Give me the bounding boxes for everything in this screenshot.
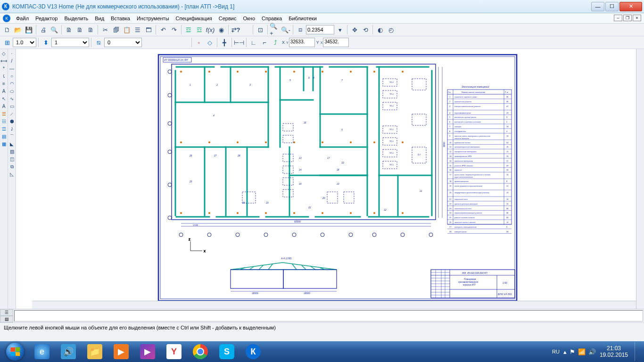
variable-icon[interactable]: f(x) <box>205 25 215 35</box>
line-width-combo[interactable]: 1.0 <box>13 38 36 47</box>
tray-clock[interactable]: 21:03 19.02.2015 <box>600 345 628 359</box>
help-icon[interactable]: ⥂? <box>231 25 241 35</box>
angle2-icon[interactable]: ⌐ <box>259 37 270 48</box>
minimize-button[interactable]: — <box>591 2 604 11</box>
close-button[interactable]: ✕ <box>619 2 642 11</box>
taskbar-yandex-icon[interactable]: Y <box>161 342 187 361</box>
rect-draw-icon[interactable]: ▭ <box>8 103 16 110</box>
doc-close[interactable]: × <box>633 15 641 21</box>
rotate-icon[interactable]: ⟲ <box>360 25 371 35</box>
scrollbar-horizontal[interactable] <box>32 301 636 309</box>
hatch-draw-icon[interactable]: ▨ <box>8 148 16 155</box>
hline-draw-icon[interactable]: — <box>8 65 16 72</box>
point-icon[interactable]: ◇ <box>205 37 215 48</box>
zoom-out-icon[interactable]: 🔍- <box>281 25 291 35</box>
doc-icon[interactable]: К <box>3 15 10 22</box>
views4-icon[interactable]: ▦ <box>0 140 8 148</box>
tray-lang[interactable]: RU <box>552 349 560 354</box>
props2-icon[interactable]: 🗔 <box>143 25 154 35</box>
command-tab-1[interactable]: ☰ <box>0 309 13 316</box>
zoom-value-input[interactable] <box>306 25 334 34</box>
start-button[interactable] <box>2 342 28 361</box>
doc-restore[interactable]: ❐ <box>623 15 632 21</box>
menu-view[interactable]: Вид <box>92 15 107 22</box>
maximize-button[interactable]: ☐ <box>605 2 619 11</box>
taskbar-sound-icon[interactable]: 🔊 <box>56 342 81 361</box>
menu-select[interactable]: Выделить <box>61 15 91 22</box>
menu-spec[interactable]: Спецификация <box>173 15 215 22</box>
break-draw-icon[interactable]: ⤸ <box>8 125 16 132</box>
goto-icon[interactable]: ◉ <box>216 25 226 35</box>
tray-volume-icon[interactable]: 🔊 <box>588 348 596 355</box>
doc1-icon[interactable]: 🗎 <box>64 25 74 35</box>
fillet-draw-icon[interactable]: ⌒ <box>8 133 16 140</box>
menu-edit[interactable]: Редактор <box>33 15 60 22</box>
print-icon[interactable]: 🖨 <box>38 25 49 35</box>
style-combo[interactable]: 0 <box>104 38 142 47</box>
tray-up-icon[interactable]: ▴ <box>563 348 567 355</box>
command-tab-2[interactable]: ▤ <box>0 316 13 322</box>
open-icon[interactable]: 📂 <box>13 25 23 35</box>
spec-tool-icon[interactable]: А <box>0 103 8 110</box>
hatch-icon[interactable]: ⧅ <box>93 37 104 48</box>
taskbar-video-icon[interactable]: ▶ <box>135 342 160 361</box>
preview-icon[interactable]: 🔍 <box>49 25 59 35</box>
spline-draw-icon[interactable]: ∿ <box>8 95 16 102</box>
chamfer-draw-icon[interactable]: ◣ <box>8 140 16 148</box>
tray-network-icon[interactable]: 📶 <box>578 348 586 355</box>
select-icon[interactable]: ↖ <box>0 95 8 102</box>
views3-icon[interactable]: ▤ <box>0 133 8 140</box>
geometry-icon[interactable]: ◇ <box>0 50 8 57</box>
new-icon[interactable]: 🗋 <box>2 25 12 35</box>
coord-y[interactable]: 34532. <box>323 38 349 47</box>
polyline-draw-icon[interactable]: ⟋ <box>8 110 16 117</box>
taskbar-skype-icon[interactable]: S <box>214 342 239 361</box>
report-icon[interactable]: ☰ <box>0 110 8 117</box>
angle1-icon[interactable]: ∟ <box>248 37 259 48</box>
show-desktop-button[interactable] <box>635 342 640 361</box>
views-icon[interactable]: ☷ <box>0 118 8 125</box>
drawing-canvas[interactable]: ИУ 000000120 1т ФН <box>16 49 644 309</box>
cut-icon[interactable]: ✂ <box>100 25 110 35</box>
scrollbar-vertical[interactable] <box>636 49 644 309</box>
menu-help[interactable]: Справка <box>259 15 285 22</box>
edit-tool-icon[interactable]: ⤹ <box>0 73 8 80</box>
dim-tool-icon[interactable]: ⟷ <box>0 58 8 65</box>
ellipse-draw-icon[interactable]: ⬭ <box>8 88 16 95</box>
line-draw-icon[interactable]: / <box>8 58 16 65</box>
doc2-icon[interactable]: 🗎 <box>74 25 85 35</box>
proj-icon[interactable]: ◺ <box>8 171 16 178</box>
param-tool-icon[interactable]: ≡ <box>0 80 8 87</box>
save-icon[interactable]: 💾 <box>24 25 34 35</box>
redo-icon[interactable]: ↷ <box>169 25 179 35</box>
taskbar-ie-icon[interactable]: e <box>29 342 55 361</box>
stop-icon[interactable]: ◦ <box>194 37 204 48</box>
copy-icon[interactable]: 🗐 <box>111 25 121 35</box>
text-tool-icon[interactable]: * <box>0 65 8 72</box>
props-icon[interactable]: ☰ <box>132 25 143 35</box>
taskbar-media-icon[interactable]: ▶ <box>108 342 134 361</box>
taskbar-kompas-icon[interactable]: К <box>240 342 266 361</box>
refresh-icon[interactable]: ◐ <box>375 25 385 35</box>
pan-icon[interactable]: ✥ <box>349 25 360 35</box>
point-draw-icon[interactable]: · <box>8 50 16 57</box>
menu-window[interactable]: Окно <box>240 15 258 22</box>
taskbar-explorer-icon[interactable]: 📁 <box>82 342 107 361</box>
arc-draw-icon[interactable]: ◠ <box>8 80 16 87</box>
equid-icon[interactable]: ⧉ <box>8 163 16 170</box>
layer-combo[interactable]: 1 <box>51 38 89 47</box>
region-draw-icon[interactable]: ⬢ <box>8 118 16 125</box>
views2-icon[interactable]: ☲ <box>0 125 8 132</box>
dim-icon[interactable]: ⊢⊣ <box>234 37 244 48</box>
snap-icon[interactable]: ⊞ <box>2 37 12 48</box>
doc3-icon[interactable]: 🗎 <box>85 25 96 35</box>
ortho-icon[interactable]: ╋ <box>219 37 230 48</box>
zoom-fit-icon[interactable]: ⧈ <box>295 25 305 35</box>
zoom-window-icon[interactable]: ⊡ <box>255 25 265 35</box>
contour-icon[interactable]: ◫ <box>8 156 16 163</box>
taskbar-chrome-icon[interactable] <box>188 342 213 361</box>
coord-x[interactable]: 32633. <box>289 38 315 47</box>
doc-minimize[interactable]: – <box>614 15 622 21</box>
manager-icon[interactable]: ☲ <box>183 25 194 35</box>
measure-icon[interactable]: А <box>0 88 8 95</box>
